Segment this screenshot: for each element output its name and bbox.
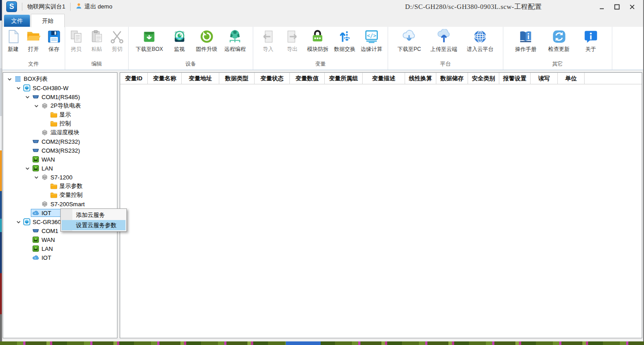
tree-item-body: SC-GH380-W	[22, 84, 117, 92]
table-column-header[interactable]: 变量ID	[120, 73, 148, 84]
data-exchange-button[interactable]: 数据交换	[334, 29, 355, 53]
chevron-down-icon[interactable]	[15, 84, 22, 91]
tab-start[interactable]: 开始	[31, 14, 65, 27]
tree-item-temp-humidity-module[interactable]: 温湿度模块	[3, 128, 117, 137]
tree-item-lan-2[interactable]: LAN	[3, 244, 117, 253]
table-column-header[interactable]: 变量名称	[148, 73, 182, 84]
ribbon-group-label: 文件	[2, 60, 65, 68]
tamper-protect-button[interactable]: 模块防拆	[307, 29, 328, 53]
ribbon-button-label: 粘贴	[92, 46, 102, 53]
tree-item-iot-2[interactable]: IOT	[3, 253, 117, 262]
workspace-name: 物联网实训台1	[27, 3, 65, 11]
tree-item-sc-gh380-w[interactable]: SC-GH380-W	[3, 83, 117, 92]
tree-item-label: IOT	[42, 210, 51, 216]
context-menu-item-set-cloud-service-params[interactable]: 设置云服务参数	[62, 220, 125, 230]
tree-item-body: COM3(RS232)	[31, 146, 117, 154]
tree-item-wan-1[interactable]: WAN	[3, 155, 117, 164]
tree-item-com1-rs485[interactable]: COM1(RS485)	[3, 92, 117, 101]
ribbon-button-label: 导出	[287, 46, 297, 53]
chevron-down-icon[interactable]	[33, 102, 40, 109]
check-update-button[interactable]: 检查更新	[548, 29, 570, 53]
download-to-pc-button[interactable]: 下载至PC	[397, 29, 421, 53]
tree-item-display-params[interactable]: 显示参数	[3, 182, 117, 191]
tree-item-label: 2P导轨电表	[50, 102, 81, 110]
ribbon-button-label: 新建	[8, 46, 19, 53]
open-folder-icon	[26, 29, 41, 44]
table-column-header[interactable]: 变量描述	[363, 73, 405, 84]
ribbon-button-label: 数据交换	[334, 46, 355, 53]
ribbon-button-row: 拷贝粘贴剪切	[65, 29, 128, 53]
maximize-icon[interactable]	[609, 0, 624, 13]
manual-button[interactable]: 操作手册	[515, 29, 536, 53]
paste-icon	[89, 29, 105, 44]
tab-file[interactable]: 文件	[4, 15, 30, 27]
chevron-down-icon[interactable]	[24, 165, 31, 172]
enter-cloud-platform-button[interactable]: 进入云平台	[467, 29, 493, 53]
table-column-header[interactable]: 线性换算	[405, 73, 436, 84]
chevron-down-icon[interactable]	[24, 93, 31, 100]
tree-item-com3-rs232[interactable]: COM3(RS232)	[3, 146, 117, 155]
chevron-down-icon[interactable]	[15, 218, 22, 225]
paste-button: 粘贴	[88, 29, 106, 53]
remote-programming-button[interactable]: 远程编程	[224, 29, 246, 53]
tree-item-lan-1[interactable]: LAN	[3, 164, 117, 173]
upload-cloud-icon	[436, 29, 452, 44]
table-column-header[interactable]: 单位	[558, 73, 585, 84]
titlebar-separator	[22, 3, 22, 11]
minimize-icon[interactable]	[594, 0, 609, 13]
tamper-lock-icon	[310, 29, 325, 44]
table-column-header[interactable]: 变量所属组	[325, 73, 363, 84]
device-tree-panel: BOX列表SC-GH380-WCOM1(RS485)2P导轨电表显示控制温湿度模…	[3, 72, 117, 338]
tree-item-rail-meter-2p[interactable]: 2P导轨电表	[3, 101, 117, 110]
context-menu-item-add-cloud-service[interactable]: 添加云服务	[62, 210, 125, 220]
cloud-icon	[32, 254, 39, 261]
tree-item-com2-rs232[interactable]: COM2(RS232)	[3, 137, 117, 146]
ribbon-button-label: 模块防拆	[307, 46, 328, 53]
check-update-icon	[552, 29, 567, 44]
table-column-header[interactable]: 读写	[531, 73, 558, 84]
tree-item-body: 显示	[49, 111, 117, 119]
window-border-left	[2, 0, 2, 341]
titlebar: S 物联网实训台1 退出 demo D:/SC-GH280/sc-GH380-0…	[2, 0, 643, 13]
open-button[interactable]: 打开	[24, 29, 43, 53]
close-icon[interactable]	[624, 0, 640, 13]
ribbon-toolbar: 新建打开保存文件拷贝粘贴剪切编辑下载至BOX监视固件升级远程编程设备导入导出模块…	[2, 27, 643, 70]
table-column-header[interactable]: 变量数值	[290, 73, 325, 84]
firmware-upgrade-button[interactable]: 固件升级	[196, 29, 217, 53]
tree-item-body: LAN	[31, 164, 117, 172]
table-column-header[interactable]: 变量状态	[255, 73, 290, 84]
tree-item-label: S7-1200	[50, 174, 72, 181]
ribbon-group: 新建打开保存文件	[2, 27, 65, 70]
new-button[interactable]: 新建	[4, 29, 23, 53]
tree-item-display[interactable]: 显示	[3, 110, 117, 119]
about-button[interactable]: 关于	[581, 29, 600, 53]
serial-port-icon	[32, 93, 39, 100]
tree-item-label: WAN	[42, 237, 55, 243]
tree-item-wan-2[interactable]: WAN	[3, 235, 117, 244]
module-icon	[41, 129, 48, 136]
save-button[interactable]: 保存	[45, 29, 63, 53]
edge-computing-button[interactable]: </>边缘计算	[361, 29, 382, 53]
tree-item-s7-200smart[interactable]: S7-200Smart	[3, 200, 117, 208]
table-column-header[interactable]: 数据储存	[436, 73, 468, 84]
table-column-header[interactable]: 变量地址	[182, 73, 219, 84]
module-icon	[41, 174, 48, 181]
tree-item-s7-1200[interactable]: S7-1200	[3, 173, 117, 182]
chevron-down-icon[interactable]	[6, 75, 13, 83]
monitor-button[interactable]: 监视	[170, 29, 189, 53]
tree-item-variable-control[interactable]: 变量控制	[3, 191, 117, 200]
download-to-box-button[interactable]: 下载至BOX	[136, 29, 163, 53]
chevron-down-icon[interactable]	[33, 174, 40, 181]
tree-item-label: SC-GR360-	[33, 219, 63, 225]
ribbon-button-label: 边缘计算	[361, 46, 382, 53]
tree-item-control[interactable]: 控制	[3, 119, 117, 128]
tree-item-box-list[interactable]: BOX列表	[3, 75, 117, 83]
ribbon-button-row: 操作手册检查更新关于	[503, 29, 612, 53]
download-box-icon	[142, 29, 157, 44]
table-column-header[interactable]: 安全类别	[468, 73, 499, 84]
table-column-header[interactable]: 数据类型	[219, 73, 255, 84]
upload-to-cloud-button[interactable]: 上传至云端	[431, 29, 457, 53]
table-column-header[interactable]: 报警设置	[499, 73, 531, 84]
tree-item-body: COM1(RS485)	[31, 93, 117, 101]
logout-button[interactable]: 退出 demo	[75, 3, 112, 11]
